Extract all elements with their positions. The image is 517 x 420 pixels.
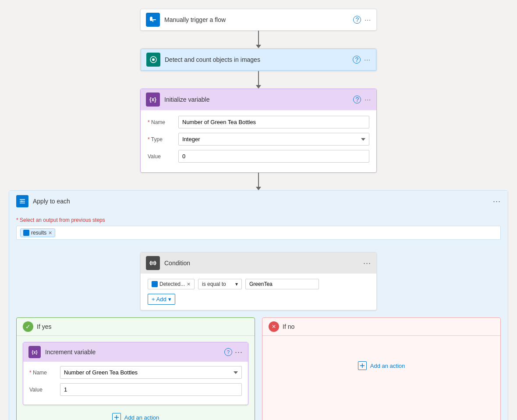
svg-rect-1: [152, 19, 156, 20]
output-label: * Select an output from previous steps: [16, 217, 501, 223]
branch-yes-label: If yes: [37, 323, 51, 330]
condition-add-label: + Add: [152, 296, 166, 303]
apply-each-more-icon[interactable]: ···: [493, 197, 501, 206]
name-input[interactable]: [178, 116, 369, 128]
increment-body: Name Number of Green Tea Bottles Value: [23, 362, 248, 405]
flow-container: Manually trigger a flow ? ··· Detect and…: [9, 9, 508, 420]
condition-card: Condition ··· Detected... ✕ is equal to …: [140, 252, 377, 310]
init-var-title: Initialize variable: [164, 96, 349, 103]
condition-row: Detected... ✕ is equal to ▾: [148, 279, 369, 289]
step2-actions: ? ···: [353, 56, 371, 64]
svg-rect-0: [150, 17, 152, 21]
condition-chip-close[interactable]: ✕: [187, 281, 191, 287]
condition-more-icon[interactable]: ···: [363, 259, 371, 268]
branch-yes-add-action[interactable]: Add an action: [112, 413, 159, 420]
branch-no-add-label: Add an action: [370, 363, 405, 369]
incr-value-label: Value: [29, 387, 56, 393]
condition-chip: Detected... ✕: [148, 279, 195, 289]
branch-no: ✕ If no Add an action: [262, 317, 501, 420]
output-tag-row: results ✕: [16, 226, 501, 240]
step2-help-icon[interactable]: ?: [353, 56, 361, 64]
results-tag-icon: [23, 230, 29, 236]
add-action-icon-yes: [112, 413, 121, 420]
increment-title: Increment variable: [45, 349, 220, 356]
condition-body: Detected... ✕ is equal to ▾ + Add ▾: [141, 274, 376, 310]
init-var-body: Name Type Integer String Boolean Float V…: [141, 110, 376, 172]
arrow-3: [256, 173, 261, 190]
results-tag-close[interactable]: ✕: [48, 230, 52, 236]
condition-title: Condition: [164, 260, 359, 267]
increment-more-icon[interactable]: ···: [235, 348, 243, 357]
step1-more-icon[interactable]: ···: [365, 16, 371, 23]
apply-each-header: Apply to each ···: [9, 191, 508, 212]
branch-yes-body: {x} Increment variable ? ··· Nam: [17, 336, 255, 420]
branch-no-header: ✕ If no: [262, 318, 500, 336]
value-input[interactable]: [178, 150, 369, 163]
step2-more-icon[interactable]: ···: [364, 56, 371, 63]
name-label: Name: [148, 119, 174, 125]
apply-each-icon: [16, 195, 28, 207]
step3-help-icon[interactable]: ?: [353, 96, 361, 103]
branch-yes-icon: ✓: [23, 321, 33, 332]
incr-name-label: Name: [29, 370, 56, 376]
branch-no-add-action[interactable]: Add an action: [358, 361, 405, 370]
condition-icon: [146, 256, 160, 270]
apply-each-container: Apply to each ··· * Select an output fro…: [9, 190, 508, 420]
value-label: Value: [148, 153, 174, 160]
step1-help-icon[interactable]: ?: [353, 16, 361, 24]
results-tag: results ✕: [20, 228, 55, 237]
branch-yes-add-label: Add an action: [124, 414, 159, 420]
manually-trigger-icon: [146, 13, 160, 27]
arrow-2: [256, 71, 261, 89]
incr-value-input[interactable]: [60, 383, 242, 396]
branches-row: ✓ If yes {x} Increment variable: [16, 317, 501, 420]
type-label: Type: [148, 136, 174, 142]
manually-trigger-title: Manually trigger a flow: [164, 16, 349, 23]
branch-yes-header: ✓ If yes: [17, 318, 255, 336]
increment-header: {x} Increment variable ? ···: [23, 342, 248, 362]
branch-no-label: If no: [283, 323, 294, 330]
step-manually-trigger: Manually trigger a flow ? ···: [140, 9, 377, 31]
condition-value-input[interactable]: [245, 279, 319, 289]
step3-actions: ? ···: [353, 96, 371, 103]
svg-point-3: [152, 58, 155, 61]
condition-chip-icon: [152, 281, 158, 287]
condition-add-button[interactable]: + Add ▾: [148, 294, 175, 305]
arrow-1: [256, 31, 261, 48]
step3-more-icon[interactable]: ···: [365, 96, 371, 103]
apply-each-title: Apply to each: [33, 198, 489, 205]
step-init-variable: {x} Initialize variable ? ··· Name Type …: [140, 89, 377, 173]
detect-count-icon: [146, 53, 160, 67]
increment-var-card: {x} Increment variable ? ··· Nam: [23, 342, 248, 405]
branch-no-body: Add an action: [262, 336, 500, 376]
init-var-icon: {x}: [146, 93, 160, 107]
type-select[interactable]: Integer String Boolean Float: [178, 133, 369, 146]
increment-icon: {x}: [28, 346, 41, 358]
step-detect-count: Detect and count objects in images ? ···: [140, 48, 377, 71]
condition-header: Condition ···: [141, 253, 376, 274]
results-tag-label: results: [31, 230, 46, 236]
branch-no-icon: ✕: [269, 321, 279, 332]
incr-name-select[interactable]: Number of Green Tea Bottles: [60, 366, 242, 379]
step1-actions: ? ···: [353, 16, 371, 24]
condition-chip-label: Detected...: [159, 281, 185, 287]
increment-help-icon[interactable]: ?: [224, 348, 232, 356]
apply-each-inner: Condition ··· Detected... ✕ is equal to …: [9, 245, 508, 420]
apply-each-output-section: * Select an output from previous steps r…: [9, 212, 508, 245]
branch-yes: ✓ If yes {x} Increment variable: [16, 317, 255, 420]
detect-count-title: Detect and count objects in images: [165, 56, 348, 63]
condition-operator[interactable]: is equal to ▾: [198, 279, 242, 289]
add-action-icon-no: [358, 361, 367, 370]
